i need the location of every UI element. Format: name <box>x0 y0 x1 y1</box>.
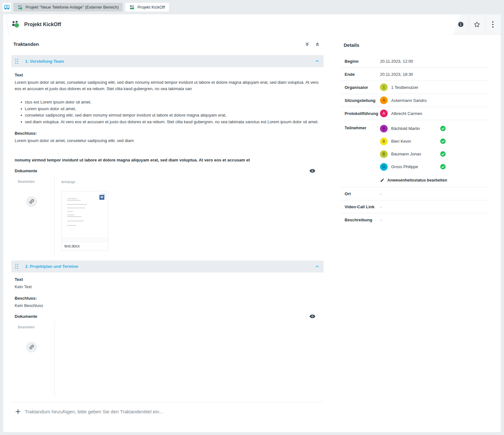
meeting-icon <box>129 5 135 10</box>
link-document-button[interactable] <box>26 196 37 207</box>
project-icon <box>18 5 23 10</box>
bullet-item: sed diam voluptua. At vero eos et accusa… <box>15 119 324 125</box>
avatar: A <box>380 96 388 104</box>
participant-name: Baumann Jonas <box>391 152 421 156</box>
double-chevron-down-icon <box>305 42 310 47</box>
agenda-item-title: 2. Projektplan und Termine <box>25 264 78 269</box>
decision-label: Beschluss: <box>15 131 324 136</box>
divider <box>62 238 108 242</box>
bullet-item: consetetur sadipscing elitr, sed diam no… <box>15 112 324 118</box>
avatar: B <box>380 138 388 145</box>
organizer-name: 1 Testbenutzer <box>391 85 418 90</box>
detail-row-end: Ende 20.11.2023, 18:30 <box>340 68 489 81</box>
minutes-label: Protokollführung <box>345 111 380 116</box>
more-menu-button[interactable] <box>485 14 501 34</box>
plus-icon <box>15 409 21 414</box>
text-label: Text <box>15 73 324 77</box>
toggle-documents-button[interactable] <box>310 314 315 318</box>
add-agenda-item-input[interactable] <box>25 409 229 414</box>
chair-label: Sitzungsleitung <box>345 98 380 103</box>
tab-project[interactable]: Projekt "Neue Telefonie Anlage" (Externe… <box>13 3 123 11</box>
edit-documents-label: Bearbeiten <box>18 180 35 183</box>
description-label: Beschreibung <box>345 218 380 222</box>
edit-documents-label: Bearbeiten <box>18 325 35 329</box>
avatar: A <box>380 110 388 117</box>
tab-project-label: Projekt "Neue Telefonie Anlage" (Externe… <box>26 5 119 10</box>
attendance-check-icon <box>440 126 446 131</box>
page-title: Projekt KickOff <box>24 22 61 27</box>
card-header: Projekt KickOff <box>3 14 501 35</box>
end-label: Ende <box>345 72 380 77</box>
bullet-list: ctus est Lorem ipsum dolor sit amet. Lor… <box>15 99 324 125</box>
attachment-card[interactable]: W <box>61 191 108 251</box>
header-diagonal-divider <box>6 15 9 35</box>
participant-row: B Baumann Jonas <box>380 150 446 158</box>
drag-handle-icon[interactable] <box>15 263 19 269</box>
collapse-item-button[interactable] <box>315 58 319 64</box>
location-label: Ort <box>345 191 380 196</box>
begin-label: Beginn <box>345 59 380 64</box>
detail-row-chair: Sitzungsleitung A Ackermann Sandro <box>340 94 489 107</box>
attachment-preview: W <box>62 191 108 238</box>
agenda-item-1-header[interactable]: 1. Vorstellung Team <box>11 55 324 67</box>
chevron-up-icon <box>315 265 319 268</box>
text-content: Lorem ipsum dolor sit amet, consetetur s… <box>15 79 320 92</box>
documents-label: Dokumente <box>15 314 37 319</box>
detail-row-participants: Teilnehmer B Bächtold Martin B Bieri Kev… <box>340 120 489 187</box>
avatar: 1 <box>380 83 388 91</box>
participants-label: Teilnehmer <box>345 124 380 130</box>
add-agenda-item-row <box>11 402 324 421</box>
location-value: - <box>380 191 381 196</box>
decision-text-bold: nonumy eirmod tempor invidunt ut labore … <box>15 157 320 163</box>
link-document-button[interactable] <box>26 342 37 353</box>
main-card: Projekt KickOff <box>3 14 501 432</box>
edit-attendance-label: Anwesenheitsstatus bearbeiten <box>387 178 447 182</box>
attendance-check-icon <box>440 164 446 169</box>
drag-handle-icon[interactable] <box>15 58 19 64</box>
home-tab[interactable] <box>3 3 11 11</box>
link-icon <box>27 197 36 206</box>
tab-meeting-label: Projekt KickOff <box>137 5 165 10</box>
info-icon <box>457 21 464 28</box>
avatar: G <box>380 163 388 171</box>
favorite-button[interactable] <box>469 14 485 34</box>
detail-row-location: Ort - <box>340 187 489 200</box>
detail-row-description: Beschreibung - <box>340 213 489 226</box>
detail-row-begin: Beginn 20.11.2023, 12:00 <box>340 55 489 68</box>
decision-text: Lorem ipsum dolor sit amet, consetetur s… <box>15 138 320 144</box>
agenda-item-2: 2. Projektplan und Termine Text Kein Tex… <box>11 260 324 398</box>
header-actions <box>453 14 501 35</box>
minutes-name: Albrecht Carmen <box>391 111 422 116</box>
expand-all-button[interactable] <box>305 42 310 47</box>
participant-row: B Bieri Kevin <box>380 137 446 146</box>
toggle-documents-button[interactable] <box>310 169 315 173</box>
pencil-icon <box>380 178 384 182</box>
decision-label: Beschluss: <box>15 296 324 301</box>
text-content: Kein Text <box>15 284 320 290</box>
bullet-item: Lorem ipsum dolor sit amet, <box>15 106 324 112</box>
double-chevron-up-icon <box>315 42 320 47</box>
tab-bar: Projekt "Neue Telefonie Anlage" (Externe… <box>0 0 504 14</box>
edit-attendance-button[interactable]: Anwesenheitsstatus bearbeiten <box>380 178 447 182</box>
eye-icon <box>310 314 315 318</box>
documents-label: Dokumente <box>15 168 37 173</box>
tab-meeting[interactable]: Projekt KickOff <box>125 3 169 11</box>
chair-name: Ackermann Sandro <box>391 98 427 103</box>
meeting-app-icon <box>11 20 20 29</box>
meetings-home-icon <box>4 4 10 10</box>
collapse-all-button[interactable] <box>315 42 320 47</box>
detail-row-minutes: Protokollführung A Albrecht Carmen <box>340 107 489 120</box>
link-icon <box>27 343 36 351</box>
decision-text: Kein Beschluss <box>15 303 320 309</box>
details-heading: Details <box>344 42 489 48</box>
kebab-menu-icon <box>492 21 494 28</box>
info-button[interactable] <box>453 14 469 34</box>
collapse-item-button[interactable] <box>315 264 319 269</box>
attendance-check-icon <box>440 151 446 157</box>
detail-row-organizer: Organisator 1 1 Testbenutzer <box>340 81 489 94</box>
agenda-item-2-header[interactable]: 2. Projektplan und Termine <box>11 260 324 273</box>
video-link-value: - <box>380 204 381 209</box>
participant-row: G Gross Philippe <box>380 162 446 171</box>
agenda-item-1: 1. Vorstellung Team Text Lorem ipsum dol… <box>11 55 324 257</box>
attachment-filename: test.docx <box>62 242 108 251</box>
